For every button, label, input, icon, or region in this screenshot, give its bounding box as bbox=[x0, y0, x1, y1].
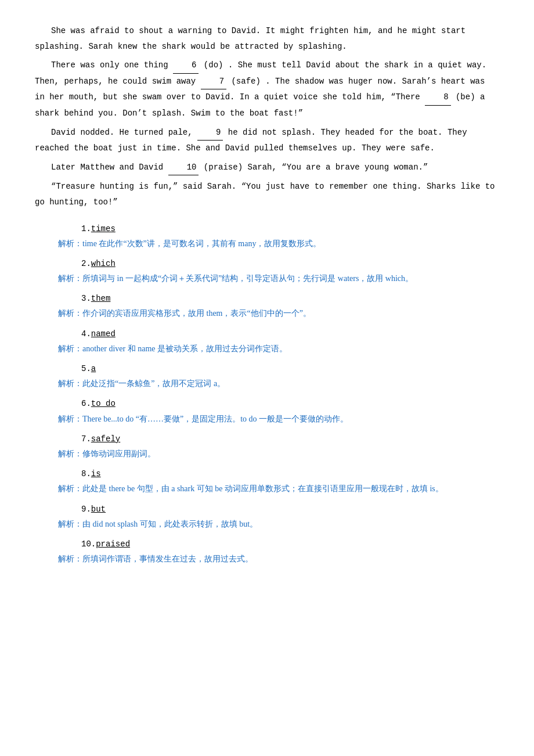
answer-word-1: times bbox=[91, 222, 116, 236]
answer-jiexi-2: 解析：所填词与 in 一起构成“介词＋关系代词”结构，引导定语从句；先行词是 w… bbox=[58, 271, 499, 286]
answer-jiexi-8: 解析：此处是 there be 句型，由 a shark 可知 be 动词应用单… bbox=[58, 481, 499, 496]
answer-word-4: named bbox=[91, 327, 116, 341]
answer-number-6: 6. to do bbox=[58, 397, 499, 411]
answer-jiexi-5: 解析：此处泛指“一条鲸鱼”，故用不定冠词 a。 bbox=[58, 376, 499, 391]
answer-number-4: 4. named bbox=[58, 327, 499, 341]
jiexi-label-10: 解析： bbox=[58, 555, 82, 563]
answer-num-label-10: 10. bbox=[81, 537, 96, 552]
answer-num-label-7: 7. bbox=[81, 432, 91, 447]
jiexi-label-7: 解析： bbox=[58, 449, 82, 458]
para4-text2: Sarah, “You are a brave young woman.” bbox=[247, 163, 428, 172]
answer-item-3: 3. them解析：作介词的宾语应用宾格形式，故用 them，表示“他们中的一个… bbox=[35, 291, 499, 321]
answer-jiexi-4: 解析：another diver 和 name 是被动关系，故用过去分词作定语。 bbox=[58, 341, 499, 356]
jiexi-text-1: time 在此作“次数”讲，是可数名词，其前有 many，故用复数形式。 bbox=[82, 239, 321, 248]
blank-7: 7 bbox=[201, 74, 226, 90]
answer-jiexi-1: 解析：time 在此作“次数”讲，是可数名词，其前有 many，故用复数形式。 bbox=[58, 236, 499, 251]
answer-jiexi-6: 解析：There be...to do “有……要做”，是固定用法。to do … bbox=[58, 412, 499, 426]
passage-para2: There was only one thing 6 (do) . She mu… bbox=[35, 57, 499, 121]
jiexi-label-9: 解析： bbox=[58, 520, 82, 528]
jiexi-label-6: 解析： bbox=[58, 415, 82, 423]
answer-num-label-8: 8. bbox=[81, 467, 91, 481]
answer-number-8: 8. is bbox=[58, 467, 499, 481]
blank7-hint: (safe) bbox=[231, 77, 260, 86]
jiexi-text-7: 修饰动词应用副词。 bbox=[82, 449, 156, 458]
answer-word-10: praised bbox=[96, 537, 130, 552]
passage-para4: Later Matthew and David 10 (praise) Sara… bbox=[35, 160, 499, 176]
answer-num-label-9: 9. bbox=[81, 502, 91, 517]
blank-8: 8 bbox=[425, 89, 450, 106]
jiexi-text-8: 此处是 there be 句型，由 a shark 可知 be 动词应用单数形式… bbox=[82, 484, 443, 493]
jiexi-text-10: 所填词作谓语，事情发生在过去，故用过去式。 bbox=[82, 555, 253, 563]
answer-number-7: 7. safely bbox=[58, 432, 499, 447]
answer-number-10: 10. praised bbox=[58, 537, 499, 552]
answer-number-3: 3. them bbox=[58, 291, 499, 306]
answer-word-9: but bbox=[91, 502, 106, 517]
answer-item-4: 4. named解析：another diver 和 name 是被动关系，故用… bbox=[35, 327, 499, 356]
para3-text1: David nodded. He turned pale, bbox=[51, 128, 193, 137]
answer-jiexi-10: 解析：所填词作谓语，事情发生在过去，故用过去式。 bbox=[58, 552, 499, 566]
answer-item-10: 10. praised解析：所填词作谓语，事情发生在过去，故用过去式。 bbox=[35, 537, 499, 566]
passage-para5: “Treasure hunting is fun,” said Sarah. “… bbox=[35, 179, 499, 210]
answer-word-6: to do bbox=[91, 397, 116, 411]
answer-item-5: 5. a解析：此处泛指“一条鲸鱼”，故用不定冠词 a。 bbox=[35, 362, 499, 391]
jiexi-text-3: 作介词的宾语应用宾格形式，故用 them，表示“他们中的一个”。 bbox=[82, 309, 311, 318]
jiexi-text-6: There be...to do “有……要做”，是固定用法。to do 一般是… bbox=[82, 415, 348, 423]
answer-item-1: 1. times解析：time 在此作“次数”讲，是可数名词，其前有 many，… bbox=[35, 222, 499, 251]
answer-word-3: them bbox=[91, 291, 111, 306]
jiexi-label-1: 解析： bbox=[58, 239, 82, 248]
answer-jiexi-3: 解析：作介词的宾语应用宾格形式，故用 them，表示“他们中的一个”。 bbox=[58, 306, 499, 321]
jiexi-text-5: 此处泛指“一条鲸鱼”，故用不定冠词 a。 bbox=[82, 379, 225, 388]
answers-section: 1. times解析：time 在此作“次数”讲，是可数名词，其前有 many，… bbox=[35, 222, 499, 567]
answer-number-9: 9. but bbox=[58, 502, 499, 517]
blank6-hint: (do) bbox=[204, 60, 223, 70]
answer-num-label-1: 1. bbox=[81, 222, 91, 236]
blank-9: 9 bbox=[197, 125, 223, 141]
answer-word-7: safely bbox=[91, 432, 120, 447]
answer-item-9: 9. but解析：由 did not splash 可知，此处表示转折，故填 b… bbox=[35, 502, 499, 531]
answer-jiexi-7: 解析：修饰动词应用副词。 bbox=[58, 447, 499, 461]
jiexi-text-4: another diver 和 name 是被动关系，故用过去分词作定语。 bbox=[82, 344, 287, 353]
answer-item-8: 8. is解析：此处是 there be 句型，由 a shark 可知 be … bbox=[35, 467, 499, 496]
answer-number-2: 2. which bbox=[58, 257, 499, 271]
jiexi-text-9: 由 did not splash 可知，此处表示转折，故填 but。 bbox=[82, 520, 258, 528]
jiexi-label-4: 解析： bbox=[58, 344, 82, 353]
blank10-hint: (praise) bbox=[204, 163, 243, 172]
para2-text1: There was only one thing bbox=[51, 60, 168, 70]
answer-word-5: a bbox=[91, 362, 96, 376]
jiexi-label-2: 解析： bbox=[58, 274, 82, 283]
answer-word-8: is bbox=[91, 467, 101, 481]
answer-num-label-4: 4. bbox=[81, 327, 91, 341]
answer-num-label-5: 5. bbox=[81, 362, 91, 376]
answer-jiexi-9: 解析：由 did not splash 可知，此处表示转折，故填 but。 bbox=[58, 517, 499, 531]
answer-num-label-3: 3. bbox=[81, 291, 91, 306]
answer-num-label-6: 6. bbox=[81, 397, 91, 411]
passage: She was afraid to shout a warning to Dav… bbox=[35, 23, 499, 210]
passage-para3: David nodded. He turned pale, 9 he did n… bbox=[35, 125, 499, 156]
answer-item-7: 7. safely解析：修饰动词应用副词。 bbox=[35, 432, 499, 461]
blank8-hint: (be) bbox=[456, 92, 475, 102]
answer-number-5: 5. a bbox=[58, 362, 499, 376]
answer-num-label-2: 2. bbox=[81, 257, 91, 271]
answer-item-6: 6. to do解析：There be...to do “有……要做”，是固定用… bbox=[35, 397, 499, 426]
jiexi-label-3: 解析： bbox=[58, 309, 82, 318]
jiexi-label-5: 解析： bbox=[58, 379, 82, 388]
answer-item-2: 2. which解析：所填词与 in 一起构成“介词＋关系代词”结构，引导定语从… bbox=[35, 257, 499, 286]
para4-text1: Later Matthew and David bbox=[51, 163, 163, 172]
blank-6: 6 bbox=[173, 57, 199, 74]
jiexi-text-2: 所填词与 in 一起构成“介词＋关系代词”结构，引导定语从句；先行词是 wate… bbox=[82, 274, 413, 283]
blank-10: 10 bbox=[168, 160, 199, 176]
jiexi-label-8: 解析： bbox=[58, 484, 82, 493]
answer-word-2: which bbox=[91, 257, 116, 271]
answer-number-1: 1. times bbox=[58, 222, 499, 236]
passage-para1: She was afraid to shout a warning to Dav… bbox=[35, 23, 499, 54]
